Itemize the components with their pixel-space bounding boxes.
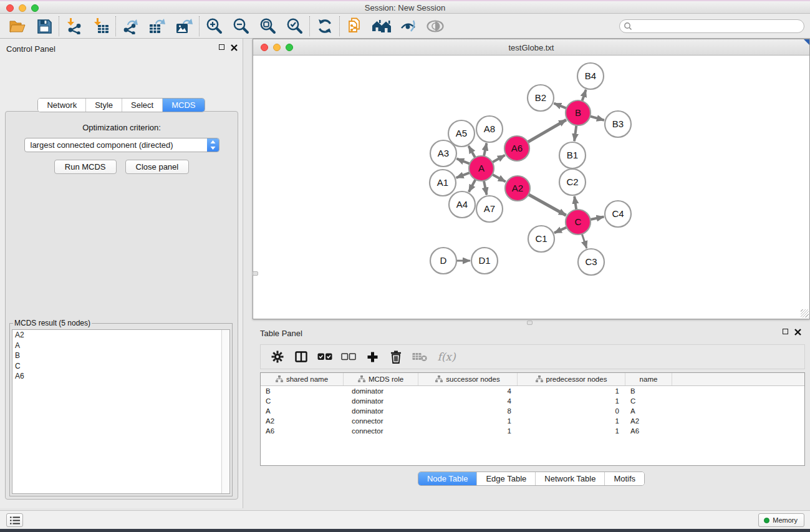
- tab-node-table[interactable]: Node Table: [418, 472, 478, 485]
- close-panel-button[interactable]: Close panel: [125, 160, 190, 174]
- home-button[interactable]: [368, 15, 395, 37]
- window-resize-grip[interactable]: [801, 309, 809, 317]
- search-input[interactable]: [632, 21, 804, 32]
- node-B2[interactable]: B2: [528, 85, 554, 111]
- close-table-panel-icon[interactable]: [794, 329, 801, 336]
- delete-column-button[interactable]: [384, 347, 408, 367]
- open-session-button[interactable]: [4, 15, 31, 37]
- task-history-button[interactable]: [6, 513, 23, 527]
- node-D[interactable]: D: [430, 248, 456, 274]
- node-B3[interactable]: B3: [605, 111, 631, 137]
- cell[interactable]: dominator: [344, 406, 418, 416]
- refresh-button[interactable]: [311, 15, 338, 37]
- table-row[interactable]: Adominator80A: [261, 406, 804, 416]
- import-network-button[interactable]: [60, 15, 87, 37]
- float-table-panel-icon[interactable]: [783, 329, 788, 334]
- tab-style[interactable]: Style: [86, 99, 122, 112]
- column-header-MCDS-role[interactable]: MCDS role: [344, 373, 418, 385]
- import-table-button[interactable]: [87, 15, 114, 37]
- node-A5[interactable]: A5: [448, 120, 475, 147]
- cell[interactable]: C: [261, 396, 344, 406]
- cell[interactable]: 8: [418, 406, 518, 416]
- tab-network[interactable]: Network: [38, 99, 86, 112]
- export-network-button[interactable]: [117, 15, 144, 37]
- edge-B-B4[interactable]: [582, 90, 586, 101]
- cell[interactable]: dominator: [344, 386, 418, 396]
- node-A3[interactable]: A3: [430, 140, 456, 167]
- node-C2[interactable]: C2: [559, 169, 586, 195]
- close-panel-icon[interactable]: [231, 44, 238, 51]
- cell[interactable]: 4: [418, 386, 518, 396]
- bird-eye-view-button[interactable]: [422, 15, 448, 37]
- export-table-button[interactable]: [144, 15, 171, 37]
- node-A1[interactable]: A1: [430, 170, 456, 196]
- edge-A6-B[interactable]: [528, 120, 566, 142]
- new-network-button[interactable]: [341, 15, 368, 37]
- cell[interactable]: A2: [625, 416, 672, 426]
- node-C1[interactable]: C1: [528, 226, 554, 252]
- save-session-button[interactable]: [31, 15, 57, 37]
- node-A2[interactable]: A2: [505, 176, 530, 201]
- tab-select[interactable]: Select: [122, 99, 163, 112]
- network-window-titlebar[interactable]: testGlobe.txt: [253, 39, 809, 56]
- column-header-name[interactable]: name: [625, 373, 672, 385]
- cell[interactable]: A: [625, 406, 672, 416]
- edge-C-C2[interactable]: [574, 196, 576, 210]
- float-panel-icon[interactable]: [219, 44, 224, 50]
- node-A7[interactable]: A7: [476, 196, 503, 222]
- edge-A-A3[interactable]: [456, 158, 470, 163]
- toolbar-search[interactable]: [619, 19, 804, 33]
- mcds-result-list[interactable]: A2ABCA6: [12, 329, 230, 494]
- column-header-successor-nodes[interactable]: successor nodes: [418, 373, 518, 385]
- result-list-item[interactable]: C: [12, 361, 229, 372]
- edge-C-C1[interactable]: [554, 227, 567, 233]
- node-C4[interactable]: C4: [605, 201, 631, 227]
- cell[interactable]: B: [625, 386, 672, 396]
- cell[interactable]: dominator: [344, 396, 418, 406]
- cell[interactable]: 1: [518, 386, 625, 396]
- result-list-item[interactable]: A2: [12, 330, 229, 341]
- edge-A-A1[interactable]: [456, 173, 470, 178]
- tab-mcds[interactable]: MCDS: [163, 99, 204, 112]
- result-list-item[interactable]: A6: [12, 371, 229, 382]
- cell[interactable]: A6: [261, 426, 344, 436]
- cell[interactable]: 1: [518, 396, 625, 406]
- select-all-button[interactable]: [313, 347, 337, 367]
- node-A8[interactable]: A8: [476, 116, 503, 142]
- network-graph[interactable]: B4B2BB3A5A8A6B1A3AC2A1A2A4A7C4CC1DD1C3: [253, 56, 809, 318]
- node-C3[interactable]: C3: [578, 249, 604, 275]
- zoom-fit-button[interactable]: [254, 15, 281, 37]
- result-list-item[interactable]: B: [12, 351, 229, 361]
- table-row[interactable]: Bdominator41B: [261, 386, 804, 396]
- edge-B-B2[interactable]: [554, 104, 566, 109]
- network-canvas[interactable]: B4B2BB3A5A8A6B1A3AC2A1A2A4A7C4CC1DD1C3: [253, 56, 809, 318]
- node-B[interactable]: B: [566, 100, 591, 125]
- run-mcds-button[interactable]: Run MCDS: [54, 160, 117, 174]
- cell[interactable]: 1: [418, 426, 518, 436]
- result-list-scrollbar[interactable]: [221, 330, 229, 493]
- node-B1[interactable]: B1: [559, 142, 586, 168]
- edge-A-A4[interactable]: [469, 180, 476, 192]
- cell[interactable]: A: [261, 406, 344, 416]
- cell[interactable]: connector: [344, 426, 418, 436]
- node-A6[interactable]: A6: [504, 136, 529, 161]
- left-edge-grip[interactable]: [253, 271, 258, 276]
- zoom-selected-button[interactable]: [281, 15, 308, 37]
- node-C[interactable]: C: [566, 210, 591, 235]
- edge-B-B3[interactable]: [590, 116, 604, 120]
- edge-A-A6[interactable]: [492, 155, 504, 162]
- memory-button[interactable]: Memory: [758, 513, 804, 527]
- cell[interactable]: connector: [344, 416, 418, 426]
- zoom-out-button[interactable]: [228, 15, 254, 37]
- node-A4[interactable]: A4: [449, 191, 475, 218]
- edge-C-C4[interactable]: [591, 217, 604, 220]
- edge-A-A8[interactable]: [484, 143, 486, 157]
- cell[interactable]: A6: [625, 426, 672, 436]
- edge-A-A7[interactable]: [484, 181, 487, 195]
- cell[interactable]: 4: [418, 396, 518, 406]
- export-image-button[interactable]: [171, 15, 198, 37]
- show-hide-graphics-button[interactable]: [395, 15, 422, 37]
- cell[interactable]: 1: [518, 416, 625, 426]
- cell[interactable]: C: [625, 396, 672, 406]
- show-columns-button[interactable]: [289, 347, 313, 367]
